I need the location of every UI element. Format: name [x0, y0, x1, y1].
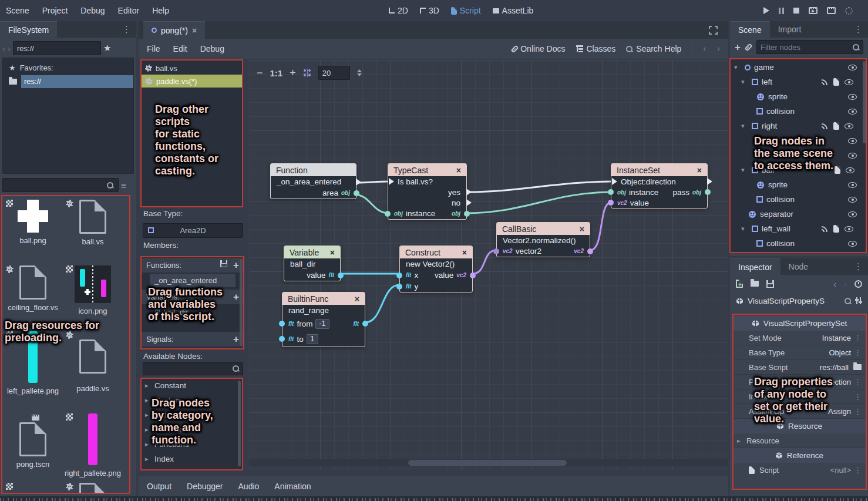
- visibility-icon[interactable]: [848, 241, 857, 247]
- scene-row-collision[interactable]: collision: [756, 104, 795, 119]
- sequence-out-port[interactable]: [356, 179, 361, 186]
- object-in-port[interactable]: [385, 211, 391, 217]
- favorite-star-icon[interactable]: ★: [103, 43, 111, 53]
- nav-forward-icon[interactable]: ›: [8, 43, 11, 53]
- close-icon[interactable]: ×: [580, 224, 584, 234]
- collapse-icon[interactable]: ▾: [741, 166, 748, 174]
- signal-icon[interactable]: [821, 123, 828, 130]
- file-search-input[interactable]: [2, 178, 119, 192]
- online-docs-button[interactable]: Online Docs: [513, 44, 565, 53]
- scene-row-left-wall[interactable]: ▾left_wall: [741, 221, 790, 236]
- snap-step-spinner[interactable]: [357, 67, 362, 79]
- history-forward-icon[interactable]: ›: [717, 43, 720, 54]
- vector2-out-port[interactable]: [587, 248, 593, 254]
- instance-scene-icon[interactable]: [744, 43, 752, 51]
- script-icon[interactable]: [833, 78, 839, 86]
- dock-options-icon[interactable]: ⋮: [854, 261, 868, 272]
- scene-scrollbar[interactable]: [863, 61, 866, 143]
- visibility-icon[interactable]: [845, 226, 853, 232]
- menu-help[interactable]: Help: [146, 0, 176, 21]
- close-icon[interactable]: ×: [697, 166, 702, 175]
- add-node-icon[interactable]: +: [735, 42, 741, 52]
- visibility-icon[interactable]: [848, 109, 857, 115]
- tab-scene[interactable]: Scene: [730, 21, 770, 38]
- no-out-port[interactable]: [466, 199, 472, 206]
- stop-button[interactable]: [793, 8, 799, 14]
- script-icon[interactable]: [833, 225, 839, 233]
- scene-row-left[interactable]: ▾left: [741, 75, 772, 89]
- visibility-icon[interactable]: [848, 94, 857, 100]
- tab-node[interactable]: Node: [780, 258, 816, 275]
- vector2-in-port[interactable]: [493, 248, 499, 254]
- tab-debugger[interactable]: Debugger: [187, 482, 223, 491]
- members-signals-row[interactable]: Signals: +: [142, 332, 244, 347]
- vector2-in-port[interactable]: [608, 200, 614, 206]
- script-icon[interactable]: [833, 122, 839, 130]
- close-icon[interactable]: ×: [192, 26, 197, 35]
- visibility-icon[interactable]: [848, 197, 857, 203]
- dock-options-icon[interactable]: ⋮: [122, 24, 132, 35]
- signal-icon[interactable]: [821, 79, 828, 86]
- graph-node-instanceset[interactable]: InstanceSet× Object:direction objinstanc…: [611, 163, 708, 209]
- add-function-icon[interactable]: +: [233, 260, 239, 270]
- scene-row-collision[interactable]: collision: [756, 192, 795, 207]
- object-in-port[interactable]: [608, 189, 614, 195]
- visibility-icon[interactable]: [848, 182, 857, 188]
- node-header[interactable]: TypeCast×: [388, 164, 466, 176]
- play-custom-scene-button[interactable]: [827, 7, 836, 14]
- float-in-port[interactable]: [279, 336, 285, 342]
- history-forward-icon[interactable]: ›: [844, 279, 847, 289]
- menu-scene[interactable]: Scene: [0, 0, 36, 21]
- folder-icon[interactable]: [853, 364, 862, 370]
- search-help-button[interactable]: Search Help: [626, 44, 681, 53]
- menu-debug[interactable]: Debug: [74, 0, 111, 21]
- search-icon[interactable]: [845, 298, 851, 304]
- tab-import[interactable]: Import: [770, 21, 810, 38]
- graph-node-typecast[interactable]: TypeCast× Is ball.vs? yes no objinstance…: [388, 163, 467, 220]
- signal-icon[interactable]: [821, 226, 828, 233]
- nodes-scrollbar[interactable]: [238, 381, 241, 466]
- snap-grid-icon[interactable]: [303, 69, 311, 77]
- filter-nodes-input[interactable]: [756, 40, 863, 54]
- vector2-out-port[interactable]: [470, 273, 476, 278]
- scene-row-separator[interactable]: separator: [748, 207, 793, 221]
- filter-input-field[interactable]: [761, 43, 825, 52]
- zoom-reset-button[interactable]: 1:1: [270, 68, 283, 78]
- sequence-in-port[interactable]: [612, 178, 617, 185]
- yes-out-port[interactable]: [466, 189, 472, 196]
- close-icon[interactable]: ×: [462, 248, 467, 257]
- node-header[interactable]: BuiltinFunc×: [282, 292, 365, 305]
- category-row[interactable]: ▸Constant: [142, 378, 242, 393]
- script-menu-file[interactable]: File: [139, 39, 167, 59]
- node-header[interactable]: InstanceSet×: [611, 164, 707, 176]
- tab-audio[interactable]: Audio: [238, 482, 260, 491]
- from-value-input[interactable]: -1: [315, 319, 329, 329]
- prop-value[interactable]: res://ball: [820, 363, 849, 372]
- load-resource-icon[interactable]: [751, 281, 759, 287]
- prop-menu-icon[interactable]: ⋮: [854, 348, 862, 357]
- scene-row-sprite[interactable]: sprite: [756, 177, 788, 192]
- file-item[interactable]: ball.vs: [63, 200, 122, 246]
- members-functions-row[interactable]: Functions: +: [142, 258, 244, 273]
- close-icon[interactable]: ×: [355, 294, 359, 304]
- resource-expand-row[interactable]: ▸Resource: [732, 433, 866, 448]
- script-item-paddle-selected[interactable]: paddle.vs(*): [142, 75, 242, 88]
- tab-animation[interactable]: Animation: [274, 482, 311, 491]
- history-back-icon[interactable]: ‹: [833, 279, 836, 289]
- visibility-icon[interactable]: [848, 138, 857, 144]
- graph-node-construct[interactable]: Construct× new Vector2() fltxvaluevc2 fl…: [399, 246, 473, 292]
- list-view-toggle-icon[interactable]: ≡: [121, 180, 126, 190]
- close-icon[interactable]: ×: [456, 166, 461, 175]
- prop-menu-icon[interactable]: ⋮: [854, 334, 862, 342]
- prop-menu-icon[interactable]: ⋮: [854, 378, 862, 386]
- mode-2d[interactable]: 2D: [389, 6, 408, 15]
- prop-value[interactable]: Instance: [822, 334, 851, 342]
- float-in-port[interactable]: [279, 321, 285, 327]
- classes-button[interactable]: Classes: [576, 44, 616, 53]
- menu-project[interactable]: Project: [36, 0, 75, 21]
- visibility-icon[interactable]: [848, 153, 857, 159]
- float-in-port[interactable]: [396, 284, 402, 290]
- prop-menu-icon[interactable]: ⋮: [854, 407, 862, 416]
- file-item[interactable]: ceiling_floor.vs: [4, 265, 62, 312]
- save-resource-icon[interactable]: [766, 280, 774, 288]
